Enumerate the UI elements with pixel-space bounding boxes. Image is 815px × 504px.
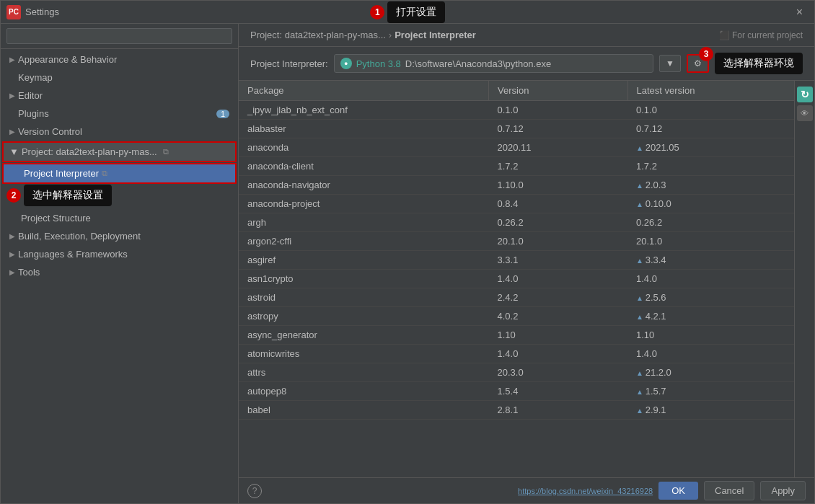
package-version: 2.8.1 [489,401,628,420]
panel-header: Project: data2text-plan-py-mas... › Proj… [239,24,814,47]
package-latest: 2021.05 [627,138,794,157]
package-name: _ipyw_jlab_nb_ext_conf [239,101,489,120]
gear-container: ⚙ 3 [687,54,709,73]
package-latest: 2.0.3 [627,176,794,195]
packages-container: Package Version Latest version _ipyw_jla… [239,81,814,477]
interpreter-value: ● Python 3.8 D:\software\Anaconda3\pytho… [334,54,653,73]
interpreter-dropdown-button[interactable]: ▼ [659,55,681,72]
help-button[interactable]: ? [247,484,262,498]
package-name: argon2-cffi [239,232,489,251]
step1-annotation: 打开设置 [387,1,445,23]
breadcrumb-current: Project Interpreter [395,30,476,40]
table-row: _ipyw_jlab_nb_ext_conf0.1.00.1.0 [239,101,794,120]
table-row: anaconda2020.112021.05 [239,138,794,157]
sidebar-item-build[interactable]: ▶ Build, Execution, Deployment [1,227,238,245]
copy-icon: ⧉ [102,169,107,178]
sidebar-item-label: Appearance & Behavior [18,54,117,65]
footer-url: https://blog.csdn.net/weixin_43216928 [518,487,653,495]
step3-badge: 3 [699,47,713,61]
sidebar-item-plugins[interactable]: Plugins 1 [1,105,238,123]
interpreter-label: Project Interpreter: [250,58,328,69]
table-row: asn1crypto1.4.01.4.0 [239,270,794,288]
sidebar-project-header[interactable]: ▼ Project: data2text-plan-py-mas... ⧉ [2,141,237,162]
breadcrumb-separator: › [389,30,392,40]
sidebar-item-keymap[interactable]: Keymap [1,68,238,87]
package-latest: 20.1.0 [627,232,794,251]
packages-table: Package Version Latest version _ipyw_jla… [239,81,794,477]
plugins-badge: 1 [216,110,229,118]
package-latest: 2.5.6 [627,288,794,307]
package-latest: 1.4.0 [627,345,794,363]
python-version: Python 3.8 [356,58,401,69]
refresh-button[interactable]: ↻ [797,87,813,102]
packages-list: Package Version Latest version _ipyw_jla… [239,81,794,420]
package-name: anaconda-project [239,195,489,213]
step1-badge: 1 [370,5,384,19]
search-input[interactable] [6,28,232,44]
sidebar-subitem-label: Project Interpreter [24,168,99,179]
package-latest: 1.7.2 [627,157,794,176]
package-version: 3.3.1 [489,251,628,270]
package-latest: 21.2.0 [627,363,794,382]
sidebar-item-project-structure[interactable]: Project Structure [1,209,238,227]
package-name: babel [239,401,489,420]
package-name: astropy [239,307,489,326]
sidebar-item-editor[interactable]: ▶ Editor [1,87,238,105]
app-logo: PC [6,5,21,19]
step2-badge: 2 [6,188,21,203]
sidebar-item-project-interpreter[interactable]: Project Interpreter ⧉ [2,163,237,184]
table-row: argon2-cffi20.1.020.1.0 [239,232,794,251]
package-version: 0.8.4 [489,195,628,213]
ok-button[interactable]: OK [658,482,698,500]
package-name: asgiref [239,251,489,270]
footer: ? https://blog.csdn.net/weixin_43216928 … [239,477,814,503]
sidebar-item-label: Build, Execution, Deployment [18,231,141,242]
apply-button[interactable]: Apply [760,481,806,500]
step2-container: 2 选中解释器设置 [6,185,238,206]
sidebar-item-tools[interactable]: ▶ Tools [1,263,238,281]
expand-arrow: ▶ [9,92,15,100]
sidebar-item-vcs[interactable]: ▶ Version Control [1,123,238,141]
sidebar-item-label: Keymap [18,72,53,83]
table-row: async_generator1.101.10 [239,326,794,345]
expand-arrow: ▶ [9,268,15,276]
settings-window: PC Settings 1 打开设置 × ▶ Appearance & Beha… [0,0,815,504]
table-row: astroid2.4.22.5.6 [239,288,794,307]
table-row: anaconda-navigator1.10.02.0.3 [239,176,794,195]
package-version: 2020.11 [489,138,628,157]
package-latest: 1.10 [627,326,794,345]
table-row: atomicwrites1.4.01.4.0 [239,345,794,363]
package-version: 1.4.0 [489,345,628,363]
package-latest: 0.10.0 [627,195,794,213]
expand-arrow: ▶ [9,128,15,136]
table-row: asgiref3.3.13.3.4 [239,251,794,270]
side-action-bar: ↻ 👁 [794,81,814,477]
close-button[interactable]: × [790,3,809,22]
package-version: 1.10.0 [489,176,628,195]
table-row: anaconda-project0.8.40.10.0 [239,195,794,213]
package-latest: 2.9.1 [627,401,794,420]
package-name: attrs [239,363,489,382]
cancel-button[interactable]: Cancel [704,481,754,500]
package-latest: 1.4.0 [627,270,794,288]
package-latest: 4.2.1 [627,307,794,326]
sidebar-item-appearance[interactable]: ▶ Appearance & Behavior [1,50,238,68]
package-version: 20.3.0 [489,363,628,382]
window-title: Settings [25,6,370,17]
expand-arrow: ▶ [9,232,15,240]
col-latest: Latest version [627,81,794,101]
package-version: 0.7.12 [489,120,628,138]
right-panel: Project: data2text-plan-py-mas... › Proj… [239,24,814,503]
eye-button[interactable]: 👁 [797,105,813,121]
package-version: 2.4.2 [489,288,628,307]
package-name: alabaster [239,120,489,138]
sidebar-item-label: Project: data2text-plan-py-mas... [22,146,157,157]
sidebar-item-label: Tools [18,267,40,278]
col-package: Package [239,81,489,101]
table-row: autopep81.5.41.5.7 [239,382,794,401]
table-row: attrs20.3.021.2.0 [239,363,794,382]
sidebar-item-languages[interactable]: ▶ Languages & Frameworks [1,245,238,263]
table-row: babel2.8.12.9.1 [239,401,794,420]
python-path: D:\software\Anaconda3\python.exe [405,58,551,69]
package-name: async_generator [239,326,489,345]
